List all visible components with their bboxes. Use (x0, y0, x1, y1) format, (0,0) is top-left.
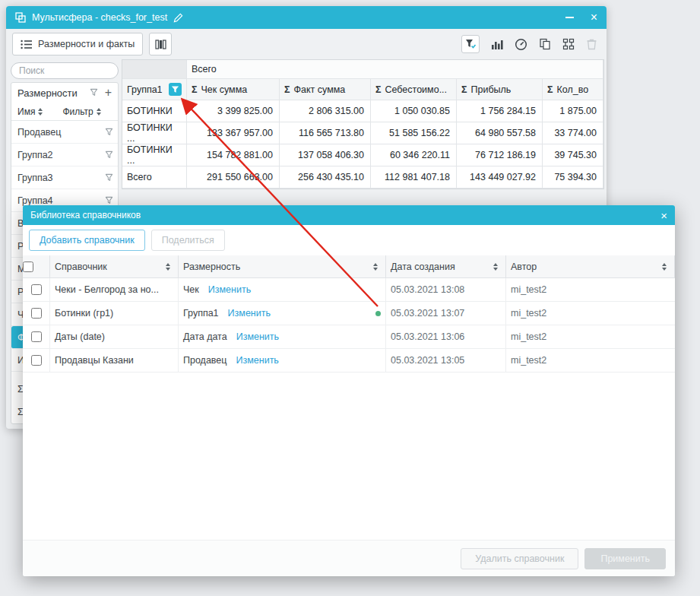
pivot-cell[interactable]: 2 806 315.00 (280, 100, 371, 122)
filter-icon[interactable] (105, 151, 113, 159)
dictionary-row: Чеки - Белгород за но... Чек Изменить 05… (23, 278, 675, 302)
filter-icon[interactable] (105, 128, 113, 136)
main-titlebar: Мультисфера - checks_for_test × (6, 6, 607, 29)
row-checkbox-cell[interactable] (23, 349, 50, 372)
pivot-cell[interactable]: 60 346 220.11 (371, 144, 457, 166)
pivot-row-label[interactable]: БОТИНКИ ... (122, 144, 187, 166)
pivot-total-row-label[interactable]: Всего (122, 166, 187, 189)
filter-column-header[interactable]: Фильтр (62, 106, 100, 117)
row-checkbox[interactable] (31, 355, 42, 366)
row-dimension-label: Группа1 (127, 84, 163, 95)
pivot-cell[interactable]: 51 585 156.22 (371, 122, 457, 144)
bar-chart-icon[interactable] (491, 38, 503, 50)
pivot-column-header[interactable]: ΣКол_во (543, 79, 603, 100)
pivot-row-label[interactable]: БОТИНКИ ... (122, 122, 187, 144)
pivot-cell[interactable]: 76 712 186.19 (457, 144, 543, 166)
dictionary-table-header: Справочник Размерность Дата создания Авт… (23, 255, 675, 278)
minimize-button[interactable] (565, 17, 574, 18)
sort-icon[interactable] (166, 263, 170, 271)
search-input[interactable] (19, 65, 110, 76)
edit-title-icon[interactable] (173, 13, 183, 23)
filter-icon[interactable] (105, 196, 113, 204)
pivot-cell[interactable]: 3 399 825.00 (187, 100, 280, 122)
layout-grid-icon[interactable] (562, 38, 575, 50)
row-checkbox-cell[interactable] (23, 278, 50, 301)
created-cell: 05.03.2021 13:08 (386, 278, 506, 301)
pivot-total-cell[interactable]: 112 981 407.18 (371, 166, 457, 189)
gauge-icon[interactable] (515, 38, 527, 51)
header-dictionary[interactable]: Справочник (50, 255, 179, 277)
name-column-header[interactable]: Имя (17, 106, 43, 117)
sort-icon[interactable] (662, 263, 667, 271)
add-dimension-icon[interactable]: + (105, 87, 112, 99)
pivot-cell[interactable]: 154 782 881.00 (187, 144, 280, 166)
select-all-checkbox[interactable] (23, 262, 33, 272)
row-checkbox[interactable] (31, 284, 42, 295)
dimension-label: Группа1 (183, 308, 219, 319)
sort-icon[interactable] (493, 263, 498, 271)
dictionary-row: Даты (date) Дата дата Изменить 05.03.202… (23, 325, 675, 349)
row-checkbox-cell[interactable] (23, 302, 50, 325)
add-dictionary-button[interactable]: Добавить справочник (29, 230, 145, 251)
pivot-cell[interactable]: 39 745.30 (543, 144, 603, 166)
sort-icon[interactable] (97, 108, 101, 116)
dimension-label: Дата дата (183, 331, 227, 342)
pivot-column-header[interactable]: ΣФакт сумма (280, 79, 371, 100)
pivot-total-cell[interactable]: 75 394.30 (543, 166, 603, 189)
pivot-total-cell[interactable]: 256 430 435.10 (280, 166, 371, 189)
header-created[interactable]: Дата создания (386, 255, 506, 277)
sort-icon[interactable] (38, 108, 43, 116)
dimensions-filter-icon[interactable] (90, 87, 98, 99)
pivot-cell[interactable]: 1 875.00 (543, 100, 603, 122)
dimensions-panel-title: Размерности (17, 87, 78, 99)
dimension-label: Чек (183, 284, 199, 295)
pivot-cell[interactable]: 1 050 030.85 (371, 100, 457, 122)
sort-icon[interactable] (373, 263, 378, 271)
pivot-cell[interactable]: 116 565 713.80 (280, 122, 371, 144)
dimension-label: Продавец (183, 355, 226, 366)
dictionary-name-cell: Ботинки (гр1) (50, 302, 179, 325)
dimension-cell: Продавец Изменить (179, 349, 386, 372)
pivot-column-header[interactable]: ΣПрибыль (457, 79, 543, 100)
dimensions-facts-button[interactable]: Размерности и факты (12, 33, 143, 55)
edit-link[interactable]: Изменить (228, 308, 271, 319)
pivot-cell[interactable]: 137 058 406.30 (280, 144, 371, 166)
pivot-total-cell[interactable]: 291 550 663.00 (187, 166, 280, 189)
filter-check-icon[interactable] (461, 35, 480, 53)
pivot-column-header[interactable]: ΣСебестоимо... (371, 79, 457, 100)
sidebar-item-gruppa2[interactable]: Группа2 (11, 144, 118, 166)
row-checkbox-cell[interactable] (23, 325, 50, 348)
delete-dictionary-button: Удалить справочник (461, 548, 578, 569)
edit-link[interactable]: Изменить (236, 331, 279, 342)
desktop: Мультисфера - checks_for_test × Размерно… (0, 0, 700, 596)
pivot-table: Всего Группа1 ΣЧек сумма ΣФакт сумма ΣСе… (122, 59, 604, 189)
filter-active-icon[interactable] (169, 83, 182, 96)
edit-link[interactable]: Изменить (236, 355, 278, 366)
sidebar-item-prodavec[interactable]: Продавец (11, 121, 118, 144)
close-button[interactable]: × (591, 11, 597, 24)
pivot-row-label[interactable]: БОТИНКИ (122, 100, 187, 122)
pivot-cell[interactable]: 33 774.00 (543, 122, 603, 144)
header-dimension[interactable]: Размерность (179, 255, 386, 277)
active-dictionary-indicator (375, 311, 381, 316)
edit-link[interactable]: Изменить (208, 284, 251, 295)
search-box[interactable] (11, 62, 119, 79)
filter-icon[interactable] (105, 173, 113, 182)
select-all-checkbox-cell[interactable] (23, 255, 50, 277)
pivot-column-header[interactable]: ΣЧек сумма (187, 79, 280, 100)
row-checkbox[interactable] (31, 308, 42, 319)
pivot-cell[interactable]: 64 980 557.58 (457, 122, 543, 144)
row-checkbox[interactable] (31, 331, 42, 342)
sidebar-item-gruppa3[interactable]: Группа3 (11, 166, 118, 189)
columns-view-button[interactable] (149, 33, 172, 55)
pivot-cell[interactable]: 133 367 957.00 (187, 122, 280, 144)
pivot-total-cell[interactable]: 143 449 027.92 (457, 166, 543, 189)
dialog-close-icon[interactable]: × (660, 210, 667, 221)
header-author[interactable]: Автор (506, 255, 675, 277)
export-icon[interactable] (539, 38, 551, 50)
pivot-cell[interactable]: 1 756 284.15 (457, 100, 543, 122)
author-cell: mi_test2 (506, 349, 675, 372)
pivot-row-dimension-header[interactable]: Группа1 (122, 79, 187, 100)
dimension-cell: Группа1 Изменить (179, 302, 386, 325)
toolbar-right-icons (461, 35, 600, 53)
